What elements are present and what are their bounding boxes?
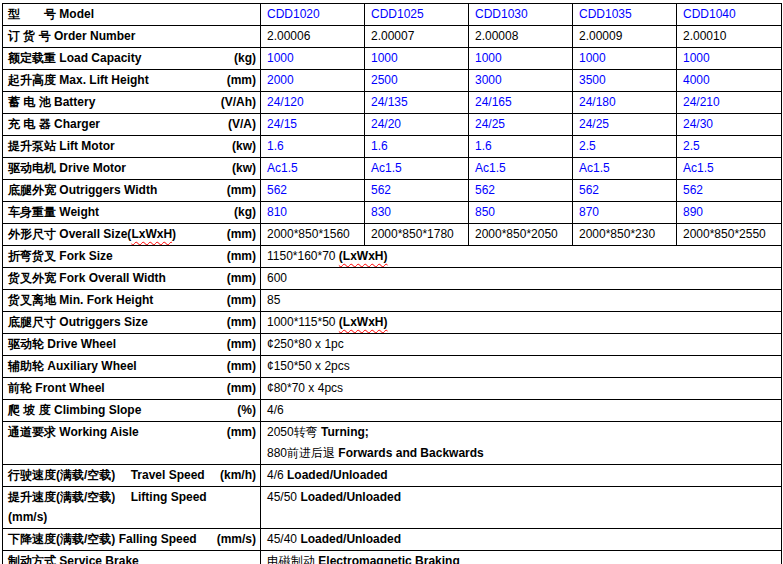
row-label-cell: 型 号 Model <box>3 4 261 26</box>
value-text: 2000 <box>267 73 294 87</box>
row-label: 货叉外宽 Fork Overall Width <box>8 268 166 288</box>
value-cell: 24/25 <box>469 114 573 136</box>
row-label-segment: 制动方式 Service Brake <box>8 554 139 564</box>
row-label: 订 货 号 Order Number <box>8 26 135 46</box>
row-label-segment: LxWxH <box>131 227 172 241</box>
value-cell: CDD1035 <box>573 4 677 26</box>
row-label: 底腿外宽 Outriggers Width <box>8 180 157 200</box>
value-text: Ac1.5 <box>683 161 714 175</box>
value-line: ¢250*80 x 1pc <box>267 334 777 355</box>
value-line: ¢80*70 x 4pcs <box>267 378 777 399</box>
value-text: 2000*850*1780 <box>371 227 454 241</box>
row-label-segment: 驱动轮 Drive Wheel <box>8 337 116 351</box>
row-label: 驱动轮 Drive Wheel <box>8 334 116 354</box>
value-cell: 24/15 <box>261 114 365 136</box>
row-unit: (mm) <box>227 70 256 90</box>
row-label-cell: 爬 坡 度 Climbing Slope(%) <box>3 400 261 422</box>
row-label: 额定载重 Load Capacity <box>8 48 141 68</box>
value-text: 1.6 <box>475 139 492 153</box>
value-segment: Loaded/Unloaded <box>287 468 388 482</box>
row-label-segment: 底腿尺寸 Outriggers Size <box>8 315 148 329</box>
row-label-cell: 底腿尺寸 Outriggers Size(mm) <box>3 312 261 334</box>
value-text: CDD1020 <box>267 7 320 21</box>
value-cell: 2.00008 <box>469 26 573 48</box>
value-text: 2.00006 <box>267 29 310 43</box>
value-text: CDD1030 <box>475 7 528 21</box>
value-segment: ¢150*50 x 2pcs <box>267 359 350 373</box>
table-row: 货叉外宽 Fork Overall Width(mm)600 <box>3 268 782 290</box>
row-label: 通道要求 Working Aisle <box>8 422 139 442</box>
row-label-cell: 车身重量 Weight(kg) <box>3 202 261 224</box>
value-line: 600 <box>267 268 777 289</box>
row-label-cell: 货叉离地 Min. Fork Height(mm) <box>3 290 261 312</box>
row-label-segment: 外形尺寸 Overall Size( <box>8 227 131 241</box>
row-label: 折弯货叉 Fork Size <box>8 246 113 266</box>
row-label-segment: 订 货 号 Order Number <box>8 29 135 43</box>
value-cell: 1.6 <box>469 136 573 158</box>
row-label-cell: 折弯货叉 Fork Size(mm) <box>3 246 261 268</box>
value-cell-merged: 600 <box>261 268 782 290</box>
row-label: 起升高度 Max. Lift Height <box>8 70 149 90</box>
value-text: 1000 <box>579 51 606 65</box>
value-line: 45/50 Loaded/Unloaded <box>267 487 777 508</box>
value-text: 3500 <box>579 73 606 87</box>
value-text: CDD1040 <box>683 7 736 21</box>
value-segment: Turning; <box>321 425 369 439</box>
value-text: 24/210 <box>683 95 720 109</box>
row-label-segment: 行驶速度(满载/空载) Travel Speed <box>8 468 205 482</box>
row-label-segment: 货叉外宽 Fork Overall Width <box>8 271 166 285</box>
value-cell: 2.00010 <box>677 26 782 48</box>
value-text: 3000 <box>475 73 502 87</box>
value-cell: 1.6 <box>261 136 365 158</box>
value-segment: Forwards and Backwards <box>338 446 483 460</box>
value-text: 1000 <box>475 51 502 65</box>
value-line: ¢150*50 x 2pcs <box>267 356 777 377</box>
row-unit: (mm) <box>227 268 256 288</box>
value-text: 24/20 <box>371 117 401 131</box>
value-segment: (LxWxH) <box>339 249 388 263</box>
value-cell: CDD1025 <box>365 4 469 26</box>
value-cell-merged: ¢250*80 x 1pc <box>261 334 782 356</box>
row-label-segment: 型 号 Model <box>8 7 94 21</box>
value-segment: 45/50 <box>267 490 300 504</box>
row-label-cell: 外形尺寸 Overall Size(LxWxH)(mm) <box>3 224 261 246</box>
row-unit: (kw) <box>232 158 256 178</box>
table-row: 驱动轮 Drive Wheel(mm)¢250*80 x 1pc <box>3 334 782 356</box>
value-segment: 1000*115*50 <box>267 315 339 329</box>
value-line: 电磁制动 Electromagnetic Braking <box>267 551 777 564</box>
value-cell: 562 <box>469 180 573 202</box>
row-label: 前轮 Front Wheel <box>8 378 105 398</box>
value-text: 1000 <box>683 51 710 65</box>
table-row: 型 号 ModelCDD1020CDD1025CDD1030CDD1035CDD… <box>3 4 782 26</box>
value-text: 2000*850*2550 <box>683 227 766 241</box>
value-cell-merged: 电磁制动 Electromagnetic Braking <box>261 551 782 564</box>
value-text: 24/165 <box>475 95 512 109</box>
value-cell: 1000 <box>469 48 573 70</box>
value-line: 1150*160*70 (LxWxH) <box>267 246 777 267</box>
value-text: 850 <box>475 205 495 219</box>
table-row: 制动方式 Service Brake电磁制动 Electromagnetic B… <box>3 551 782 564</box>
value-cell: 562 <box>573 180 677 202</box>
value-text: Ac1.5 <box>475 161 506 175</box>
value-cell: 562 <box>261 180 365 202</box>
row-label-segment: 下降速度(满载/空载) Falling Speed <box>8 532 197 546</box>
value-text: 562 <box>579 183 599 197</box>
row-label-segment: ) <box>172 227 176 241</box>
value-segment: 85 <box>267 293 280 307</box>
row-label: 外形尺寸 Overall Size(LxWxH) <box>8 224 176 244</box>
row-label-segment: 折弯货叉 Fork Size <box>8 249 113 263</box>
value-cell: 24/25 <box>573 114 677 136</box>
row-unit: (kg) <box>234 48 256 68</box>
row-label-segment: 充 电 器 Charger <box>8 117 100 131</box>
value-cell: Ac1.5 <box>469 158 573 180</box>
row-label: 驱动电机 Drive Motor <box>8 158 126 178</box>
row-unit: (mm) <box>227 312 256 332</box>
value-text: 1.6 <box>371 139 388 153</box>
row-label-cell: 订 货 号 Order Number <box>3 26 261 48</box>
row-label: 蓄 电 池 Battery <box>8 92 95 112</box>
row-label: 底腿尺寸 Outriggers Size <box>8 312 148 332</box>
value-cell: Ac1.5 <box>261 158 365 180</box>
table-row: 车身重量 Weight(kg)810830850870890 <box>3 202 782 224</box>
row-label-segment: 爬 坡 度 Climbing Slope <box>8 403 141 417</box>
value-text: 562 <box>371 183 391 197</box>
